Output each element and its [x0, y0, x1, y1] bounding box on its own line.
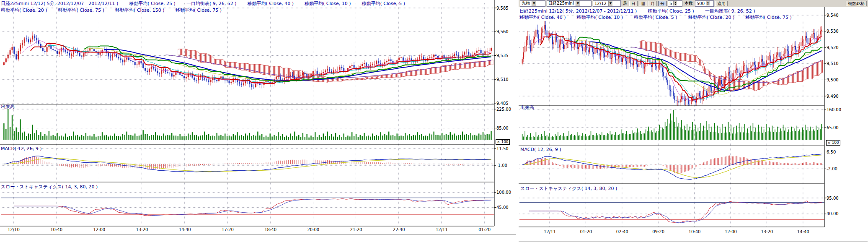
spinner-arrows-icon[interactable]: ▲▼: [673, 1, 677, 5]
trading-chart-app: 12/1010:4012:0013:2014:4017:2018:4020:00…: [0, 0, 868, 250]
symbol-select[interactable]: 日経225mini ▼: [547, 0, 592, 7]
svg-text:01:20: 01:20: [478, 227, 491, 232]
volume-pane-label: 出来高: [520, 104, 534, 111]
date-select[interactable]: 12/12 ▼: [593, 0, 621, 7]
indicator-label: 移動平均( Close, 25 ): [129, 1, 176, 6]
bar-count-stepper[interactable]: 500 ▲▼: [695, 0, 714, 7]
spinner-arrows-icon[interactable]: ▲▼: [706, 1, 710, 5]
left-chart-header-row1: 日経225mini 12/12( 5分, 2012/12/07 - 2012/1…: [1, 0, 416, 7]
svg-text:85.00: 85.00: [496, 126, 509, 130]
svg-text:9,510: 9,510: [827, 61, 839, 66]
svg-text:65.00: 65.00: [827, 125, 839, 130]
svg-text:9,585: 9,585: [496, 6, 509, 10]
svg-text:225.00: 225.00: [496, 107, 511, 112]
indicator-label: 移動平均( Close, 25 ): [648, 8, 694, 14]
right-chart-header-row1: 日経225mini 12/12( 5分, 2012/12/07 - 2012/1…: [519, 8, 766, 14]
svg-text:12/10: 12/10: [8, 227, 20, 232]
svg-text:02:40: 02:40: [616, 229, 628, 234]
interval-value: 5: [669, 1, 672, 6]
indicator-label: 移動平均( Close, 75 ): [176, 8, 222, 13]
svg-text:9,520: 9,520: [827, 45, 839, 50]
svg-text:13:20: 13:20: [136, 227, 148, 232]
indicator-label: 移動平均( Close, 5 ): [362, 1, 406, 6]
multi-symbol-button[interactable]: 複数銘柄: [846, 1, 867, 6]
interval-stepper[interactable]: 5 ▲▼: [668, 0, 682, 7]
bar-type-label: 足: [622, 0, 628, 6]
indicator-label: 移動平均( Close, 10 ): [305, 1, 351, 6]
svg-text:20:00: 20:00: [307, 227, 319, 232]
svg-text:160.00: 160.00: [827, 107, 841, 112]
svg-text:6.50: 6.50: [827, 150, 836, 154]
indicator-label: 移動平均( Close, 75 ): [745, 15, 792, 20]
indicator-label: 移動平均( Close, 20 ): [1, 8, 47, 13]
svg-text:45.00: 45.00: [496, 205, 509, 210]
svg-text:11.50: 11.50: [496, 146, 509, 151]
indicator-label: 一目均衡表( 9, 26, 52 ): [705, 8, 755, 14]
svg-text:12:00: 12:00: [725, 229, 737, 234]
indicator-label: 一目均衡表( 9, 26, 52 ): [186, 1, 237, 6]
svg-text:9,560: 9,560: [496, 29, 509, 34]
indicator-label: 移動平均( Close, 40 ): [519, 15, 566, 20]
stochastics-pane-label: スロー・ストキャスティクス( 14, 3, 80, 20 ): [1, 184, 98, 190]
svg-text:100.00: 100.00: [496, 190, 511, 195]
svg-text:40.00: 40.00: [827, 211, 839, 216]
apply-button[interactable]: 適用: [715, 1, 728, 6]
period-day-button[interactable]: 日: [629, 1, 638, 6]
svg-text:10:40: 10:40: [50, 227, 62, 232]
indicator-label: 移動平均( Close, 40 ): [247, 1, 294, 6]
volume-scale-badge: × 100: [826, 140, 840, 146]
svg-text:10:40: 10:40: [689, 229, 701, 234]
svg-text:18:40: 18:40: [264, 227, 276, 232]
svg-text:-2.00: -2.00: [827, 167, 837, 171]
svg-text:22:40: 22:40: [393, 227, 405, 232]
svg-text:13:20: 13:20: [761, 229, 773, 234]
svg-text:9,485: 9,485: [496, 101, 509, 106]
chevron-down-icon: ▼: [532, 1, 536, 6]
category-select-value: 先物: [522, 0, 530, 6]
svg-text:9,530: 9,530: [827, 29, 839, 34]
period-month-button[interactable]: 月: [648, 1, 657, 6]
svg-text:09:20: 09:20: [652, 229, 664, 234]
svg-text:12/11: 12/11: [544, 229, 556, 234]
left-chart-header-row2: 移動平均( Close, 20 )移動平均( Close, 75 )移動平均( …: [1, 7, 232, 13]
svg-text:12/11: 12/11: [436, 227, 448, 232]
svg-text:9,540: 9,540: [827, 13, 839, 18]
indicator-label: 移動平均( Close, 75 ): [58, 8, 105, 13]
symbol-select-value: 日経225mini: [548, 0, 574, 6]
svg-text:17:20: 17:20: [222, 227, 234, 232]
svg-text:9,535: 9,535: [496, 53, 509, 58]
macd-pane-label: MACD( 12, 26, 9 ): [520, 147, 561, 152]
svg-text:9,500: 9,500: [827, 78, 839, 82]
svg-text:21:20: 21:20: [350, 227, 362, 232]
macd-pane-label: MACD( 12, 26, 9 ): [1, 146, 42, 151]
chart-title: 日経225mini 12/12( 5分, 2012/12/07 - 2012/1…: [1, 1, 118, 6]
stochastics-pane-label: スロー・ストキャスティクス( 14, 3, 80, 20 ): [520, 185, 617, 192]
indicator-label: 移動平均( Close, 20 ): [688, 15, 735, 20]
chart-title: 日経225mini 12/12( 5分, 2012/12/07 - 2012/1…: [519, 8, 637, 14]
indicator-label: 移動平均( Close, 150 ): [115, 8, 165, 13]
date-select-value: 12/12: [594, 1, 607, 6]
charts-canvas: 12/1010:4012:0013:2014:4017:2018:4020:00…: [0, 0, 868, 250]
svg-text:95.00: 95.00: [827, 196, 839, 201]
period-week-button[interactable]: 週: [639, 1, 647, 6]
indicator-label: 移動平均( Close, 5 ): [634, 15, 677, 20]
period-minute-button[interactable]: 分: [658, 1, 666, 6]
category-select[interactable]: 先物 ▼: [520, 0, 545, 7]
svg-text:12:00: 12:00: [93, 227, 105, 232]
chevron-down-icon: ▼: [608, 1, 612, 6]
svg-text:01:20: 01:20: [580, 229, 592, 234]
bar-count-label: 本数: [684, 0, 694, 6]
svg-text:14:40: 14:40: [797, 229, 809, 234]
svg-text:9,510: 9,510: [496, 77, 509, 82]
volume-scale-badge: × 100: [496, 139, 510, 145]
chevron-down-icon: ▼: [576, 1, 580, 6]
chart-toolbar: 先物 ▼ 日経225mini ▼ 12/12 ▼ 足 日 週 月 分 5 ▲▼ …: [519, 0, 868, 7]
svg-text:14:40: 14:40: [179, 227, 191, 232]
svg-text:9,490: 9,490: [827, 94, 839, 99]
indicator-label: 移動平均( Close, 10 ): [577, 15, 623, 20]
volume-pane-label: 出来高: [1, 104, 15, 110]
svg-text:-1.00: -1.00: [496, 163, 507, 168]
bar-count-value: 500: [697, 1, 705, 6]
right-chart-header-row2: 移動平均( Close, 40 )移動平均( Close, 10 )移動平均( …: [519, 14, 803, 21]
